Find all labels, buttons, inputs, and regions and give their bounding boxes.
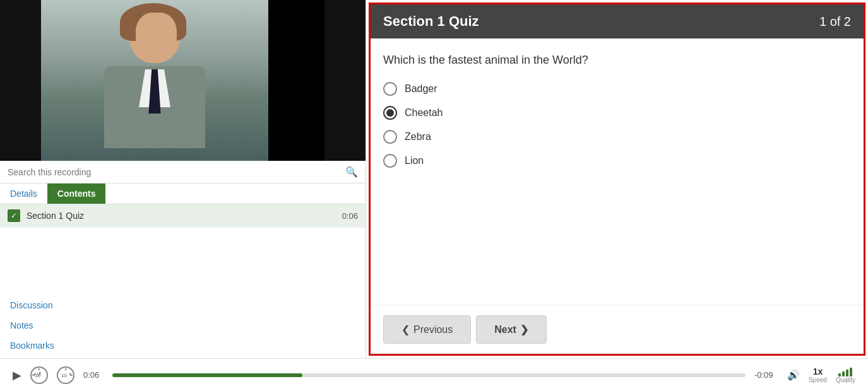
- tab-details[interactable]: Details: [0, 184, 47, 204]
- speed-value: 1x: [813, 366, 823, 376]
- quiz-panel: Section 1 Quiz 1 of 2 Which is the faste…: [369, 3, 865, 356]
- chevron-left-icon: ❮: [401, 324, 410, 336]
- forward-button[interactable]: 10: [57, 366, 74, 384]
- presenter-head: [129, 6, 180, 63]
- option-label-badger: Badger: [405, 83, 437, 95]
- option-label-lion: Lion: [405, 155, 424, 166]
- radio-lion[interactable]: [383, 154, 397, 168]
- quiz-header: Section 1 Quiz 1 of 2: [371, 4, 864, 38]
- previous-button[interactable]: ❮ Previous: [383, 315, 471, 344]
- speed-label: Speed: [809, 376, 827, 383]
- play-button[interactable]: ▶: [13, 368, 21, 382]
- quality-bar-3: [846, 370, 848, 376]
- nav-tabs: Details Contents: [0, 184, 366, 204]
- radio-zebra[interactable]: [383, 130, 397, 144]
- sidebar-item-discussion[interactable]: Discussion: [0, 295, 366, 315]
- speed-control[interactable]: 1x Speed: [809, 366, 827, 383]
- video-bg-right: [324, 0, 366, 161]
- video-area: [0, 0, 366, 161]
- quiz-footer: ❮ Previous Next ❯: [371, 305, 864, 354]
- search-icon[interactable]: 🔍: [345, 166, 358, 178]
- next-button[interactable]: Next ❯: [476, 315, 547, 344]
- next-label: Next: [494, 324, 516, 336]
- quiz-option-cheetah[interactable]: Cheetah: [383, 106, 851, 120]
- presenter-figure: [41, 0, 268, 161]
- search-bar: 🔍: [0, 161, 366, 184]
- left-panel: 🔍 Details Contents Section 1 Quiz 0:06 D…: [0, 0, 366, 358]
- quiz-options: Badger Cheetah Zebra Lion: [383, 82, 851, 168]
- quiz-question: Which is the fastest animal in the World…: [383, 54, 851, 67]
- time-remaining: -0:09: [754, 370, 778, 380]
- quality-bar-4: [850, 368, 852, 376]
- bottom-toolbar: ▶ ↺ 10 10 0:06 -0:09 🔊 1x Speed: [0, 358, 868, 391]
- quality-label: Quality: [836, 376, 855, 383]
- sidebar-item-bookmarks[interactable]: Bookmarks: [0, 336, 366, 356]
- option-label-zebra: Zebra: [405, 131, 431, 143]
- contents-list: Section 1 Quiz 0:06: [0, 204, 366, 293]
- chevron-right-icon: ❯: [520, 324, 528, 336]
- radio-badger[interactable]: [383, 82, 397, 96]
- content-item-time: 0:06: [342, 211, 358, 221]
- tab-contents[interactable]: Contents: [47, 184, 106, 204]
- sidebar-item-notes[interactable]: Notes: [0, 315, 366, 336]
- previous-label: Previous: [413, 324, 453, 336]
- progress-fill: [112, 373, 302, 377]
- option-label-cheetah: Cheetah: [405, 107, 443, 119]
- quality-control[interactable]: Quality: [836, 366, 855, 383]
- search-input[interactable]: [8, 167, 345, 177]
- time-current: 0:06: [83, 370, 104, 380]
- list-item[interactable]: Section 1 Quiz 0:06: [0, 204, 366, 228]
- quiz-body: Which is the fastest animal in the World…: [371, 38, 864, 305]
- side-nav-items: Discussion Notes Bookmarks: [0, 293, 366, 358]
- quiz-count: 1 of 2: [819, 15, 851, 29]
- quality-bars: [838, 366, 852, 376]
- presenter-body: [104, 66, 205, 148]
- quiz-option-zebra[interactable]: Zebra: [383, 130, 851, 144]
- quiz-option-badger[interactable]: Badger: [383, 82, 851, 96]
- content-item-label: Section 1 Quiz: [27, 211, 342, 221]
- quality-bar-2: [842, 371, 845, 376]
- radio-cheetah[interactable]: [383, 106, 397, 120]
- rewind-button[interactable]: ↺ 10: [30, 366, 48, 384]
- video-bg-left: [0, 0, 41, 161]
- quiz-option-lion[interactable]: Lion: [383, 154, 851, 168]
- volume-icon[interactable]: 🔊: [787, 369, 800, 381]
- presenter-face: [136, 13, 177, 60]
- check-icon: [8, 209, 20, 222]
- progress-bar[interactable]: [112, 373, 746, 377]
- quiz-title: Section 1 Quiz: [383, 13, 479, 30]
- svg-text:10: 10: [61, 373, 67, 378]
